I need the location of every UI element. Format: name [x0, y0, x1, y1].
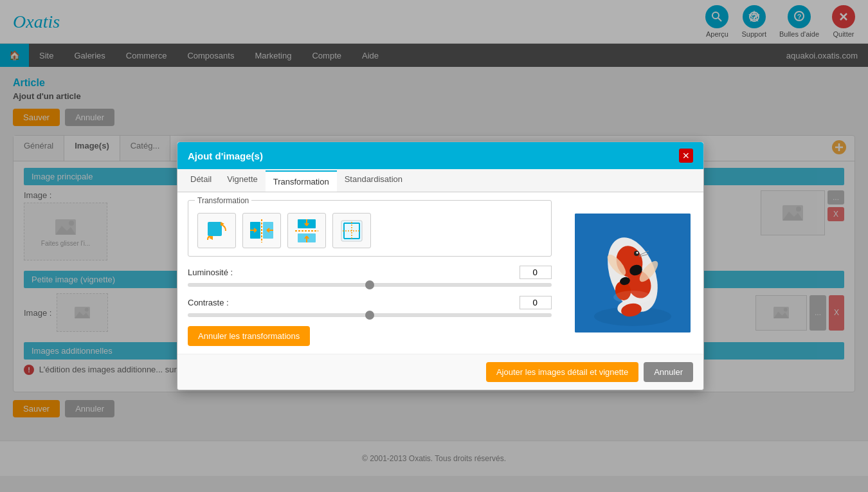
- modal-image-preview: [562, 192, 703, 354]
- luminosite-slider-handle[interactable]: [365, 280, 374, 289]
- flip-vertical-button[interactable]: [287, 213, 326, 248]
- svg-point-54: [613, 291, 652, 304]
- contraste-slider-handle[interactable]: [365, 311, 374, 320]
- koi-image: [575, 214, 691, 333]
- transform-group-title: Transformation: [195, 196, 251, 205]
- transform-group: Transformation: [188, 200, 552, 257]
- crop-button[interactable]: [332, 213, 371, 248]
- modal-tab-vignette[interactable]: Vignette: [219, 169, 265, 192]
- svg-rect-23: [208, 222, 222, 236]
- cancel-transform-button[interactable]: Annuler les transformations: [188, 326, 310, 346]
- luminosite-row: Luminosité :: [188, 266, 552, 279]
- modal-close-button[interactable]: ✕: [679, 149, 693, 163]
- modal: Ajout d'image(s) ✕ Détail Vignette Trans…: [177, 141, 704, 390]
- luminosite-label: Luminosité :: [188, 268, 233, 277]
- modal-content: Transformation: [177, 192, 562, 354]
- modal-title: Ajout d'image(s): [188, 150, 263, 161]
- luminosite-slider-track[interactable]: [188, 283, 552, 287]
- modal-tab-transformation[interactable]: Transformation: [266, 170, 337, 192]
- modal-tab-standardisation[interactable]: Standardisation: [337, 169, 410, 192]
- svg-point-51: [637, 252, 638, 254]
- contraste-slider-row: [188, 313, 552, 317]
- add-images-button[interactable]: Ajouter les images détail et vignette: [486, 362, 638, 382]
- modal-left: Transformation: [177, 192, 562, 354]
- modal-tabs: Détail Vignette Transformation Standardi…: [177, 169, 703, 192]
- contraste-input[interactable]: [520, 296, 552, 309]
- luminosite-slider-row: [188, 283, 552, 287]
- contraste-slider-track[interactable]: [188, 313, 552, 317]
- flip-horizontal-button[interactable]: [242, 213, 281, 248]
- rotate-button[interactable]: [197, 213, 236, 248]
- contraste-label: Contraste :: [188, 298, 229, 307]
- luminosite-input[interactable]: [520, 266, 552, 279]
- modal-footer: Ajouter les images détail et vignette An…: [177, 354, 703, 390]
- contraste-row: Contraste :: [188, 296, 552, 309]
- modal-body: Transformation: [177, 192, 703, 354]
- modal-cancel-button[interactable]: Annuler: [644, 362, 693, 382]
- modal-tab-detail[interactable]: Détail: [183, 169, 219, 192]
- modal-header: Ajout d'image(s) ✕: [177, 142, 703, 169]
- transform-icons-row: [197, 213, 542, 248]
